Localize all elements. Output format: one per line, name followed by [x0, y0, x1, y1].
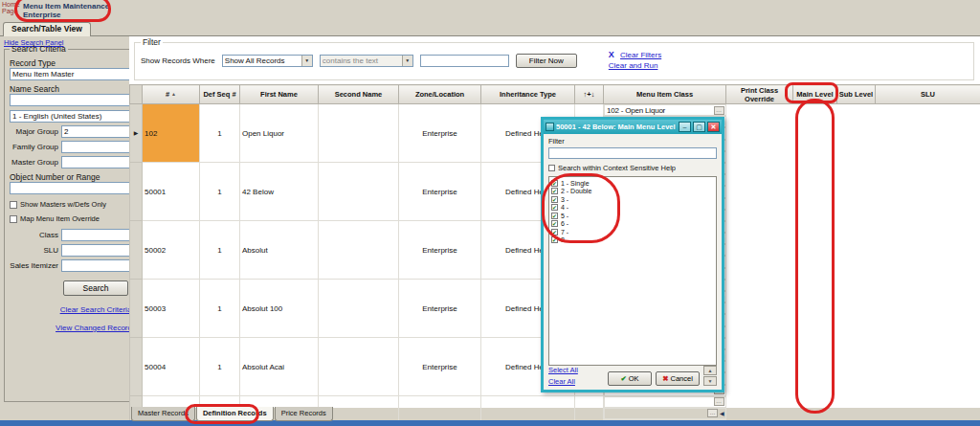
- records-filter-select[interactable]: Show All Records ▼: [222, 55, 313, 67]
- col-num-label: #: [166, 90, 169, 99]
- modal-filter-input[interactable]: [548, 147, 717, 159]
- col-header-menu-item-class[interactable]: Menu Item Class: [604, 85, 726, 104]
- sort-asc-icon: ▲: [171, 91, 176, 97]
- cell-num[interactable]: 102: [143, 104, 200, 163]
- cell-first-name[interactable]: Absolut 100: [240, 280, 319, 338]
- col-header-second-name[interactable]: Second Name: [319, 85, 399, 104]
- search-criteria-legend: Search Criteria: [10, 44, 68, 54]
- level-option[interactable]: ✔ 5 -: [551, 212, 714, 220]
- ellipsis-button[interactable]: …: [714, 397, 724, 406]
- option-label: 6 -: [561, 220, 568, 227]
- level-option[interactable]: ✔ 1 - Single: [551, 179, 714, 188]
- cell-second-name[interactable]: [319, 280, 399, 338]
- bottom-tab[interactable]: Master Records: [131, 407, 195, 421]
- cell-second-name[interactable]: [319, 338, 399, 396]
- col-header-def-seq[interactable]: Def Seq #: [200, 85, 240, 104]
- option-checkbox[interactable]: ✔: [551, 220, 558, 227]
- col-header-first-name[interactable]: First Name: [240, 85, 319, 104]
- filter-now-button[interactable]: Filter Now: [516, 54, 577, 68]
- option-checkbox[interactable]: ✔: [551, 180, 558, 187]
- filter-text-input[interactable]: [420, 55, 509, 67]
- level-option[interactable]: ✔ 7 -: [551, 228, 714, 236]
- col-header-num[interactable]: #▲: [143, 85, 200, 104]
- level-option[interactable]: ✔ 4 -: [551, 204, 714, 213]
- context-help-checkbox[interactable]: [548, 165, 555, 171]
- show-masters-checkbox[interactable]: [10, 201, 17, 209]
- home-page-breadcrumb[interactable]: Home Page: [2, 1, 20, 14]
- dialog-title: 50001 - 42 Below: Main Menu Level: [556, 123, 677, 131]
- col-header-slu[interactable]: SLU: [876, 85, 980, 104]
- bottom-tab[interactable]: Definition Records: [196, 407, 274, 421]
- move-down-button[interactable]: ▼: [703, 376, 717, 386]
- clear-all-link[interactable]: Clear All: [548, 377, 608, 386]
- cancel-button[interactable]: ✖ Cancel: [656, 371, 700, 386]
- cell-menu-item-class[interactable]: …: [604, 396, 726, 408]
- cell-second-name[interactable]: [319, 104, 399, 163]
- cell-num[interactable]: 50003: [143, 280, 200, 338]
- clear-and-run-link[interactable]: Clear and Run: [609, 61, 658, 70]
- records-filter-value: Show All Records: [225, 56, 296, 65]
- cell-def-seq[interactable]: 1: [200, 280, 240, 338]
- ellipsis-button[interactable]: …: [707, 409, 718, 417]
- ellipsis-button[interactable]: …: [714, 106, 724, 115]
- bottom-tab[interactable]: Price Records: [275, 407, 333, 421]
- cell-def-seq[interactable]: 1: [200, 163, 240, 221]
- map-override-checkbox[interactable]: [10, 215, 17, 223]
- search-button[interactable]: Search: [63, 280, 128, 296]
- cell-zone-location[interactable]: Enterprise: [399, 104, 481, 163]
- ok-label: OK: [629, 374, 639, 383]
- move-up-button[interactable]: ▲: [703, 366, 717, 375]
- option-checkbox[interactable]: ✔: [551, 188, 558, 194]
- cell-print-class-override[interactable]: … ◀: [604, 408, 726, 419]
- col-header-print-class-override[interactable]: Print Class Override: [726, 85, 793, 104]
- cell-zone-location[interactable]: Enterprise: [399, 221, 481, 280]
- level-option[interactable]: ✔ 3 -: [551, 195, 714, 204]
- option-checkbox[interactable]: ✔: [551, 196, 558, 203]
- level-option[interactable]: ✔ 6 -: [551, 220, 714, 229]
- cell-menu-item-class[interactable]: 102 - Open Liquor …: [604, 104, 726, 116]
- cell-zone-location[interactable]: Enterprise: [399, 280, 481, 338]
- cell-zone-location[interactable]: Enterprise: [399, 163, 481, 221]
- option-checkbox[interactable]: ✔: [551, 204, 558, 211]
- record-type-value: Menu Item Master: [12, 70, 84, 78]
- close-button[interactable]: ✕: [707, 122, 720, 132]
- col-header-sub-level[interactable]: Sub Level: [837, 85, 876, 104]
- level-option[interactable]: ✔ 2 - Double: [551, 188, 714, 196]
- condition-value: contains the text: [323, 56, 389, 65]
- cell-num[interactable]: 50001: [143, 163, 200, 221]
- cell-first-name[interactable]: Absolut Acai: [240, 338, 319, 396]
- cell-second-name[interactable]: [319, 221, 399, 280]
- cell-def-seq[interactable]: 1: [200, 104, 240, 163]
- clear-x-icon[interactable]: X: [609, 50, 614, 59]
- cell-first-name[interactable]: 42 Below: [240, 163, 319, 221]
- check-icon: ✔: [620, 374, 626, 383]
- cell-zone-location[interactable]: Enterprise: [399, 338, 481, 396]
- cell-num[interactable]: 50004: [143, 338, 200, 396]
- minimize-button[interactable]: –: [679, 122, 691, 132]
- option-label: 8 -: [561, 236, 568, 243]
- cell-first-name[interactable]: Open Liquor: [240, 104, 319, 163]
- cell-def-seq[interactable]: 1: [200, 221, 240, 280]
- clear-filters-link[interactable]: Clear Filters: [620, 51, 661, 59]
- option-checkbox[interactable]: ✔: [551, 213, 558, 219]
- cell-num[interactable]: 50002: [143, 221, 200, 280]
- option-checkbox[interactable]: ✔: [551, 236, 558, 243]
- col-header-main-level[interactable]: Main Level: [793, 85, 837, 104]
- family-group-label: Family Group: [10, 143, 61, 151]
- col-header-zone-location[interactable]: Zone/Location: [399, 85, 481, 104]
- ok-button[interactable]: ✔ OK: [608, 371, 652, 386]
- maximize-button[interactable]: ▢: [693, 122, 705, 132]
- dialog-titlebar[interactable]: 50001 - 42 Below: Main Menu Level – ▢ ✕: [544, 120, 722, 134]
- cell-first-name[interactable]: Absolut: [240, 221, 319, 280]
- cell-second-name[interactable]: [319, 163, 399, 221]
- row-marker: [130, 163, 143, 221]
- col-header-inheritance-type[interactable]: Inheritance Type: [481, 85, 575, 104]
- col-header-updown[interactable]: ↑+↓: [575, 85, 604, 104]
- option-checkbox[interactable]: ✔: [551, 229, 558, 235]
- condition-select[interactable]: contains the text ▼: [320, 55, 413, 67]
- home-line1: Home: [2, 1, 20, 8]
- cell-def-seq[interactable]: 1: [200, 338, 240, 396]
- level-option[interactable]: ✔ 8 -: [551, 236, 714, 245]
- select-all-link[interactable]: Select All: [548, 366, 608, 374]
- tab-search-table-view[interactable]: Search/Table View: [3, 22, 91, 36]
